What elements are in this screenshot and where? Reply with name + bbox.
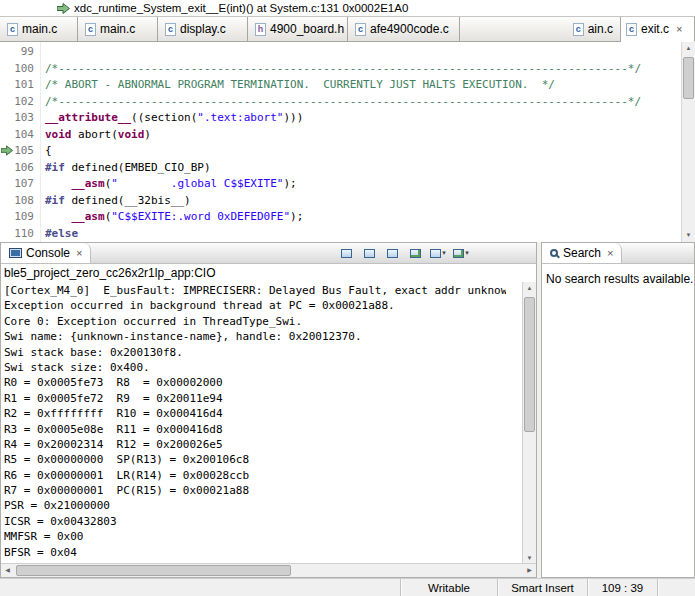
line-number: 101 (0, 77, 40, 94)
console-line: MMFSR = 0x00 (4, 529, 506, 544)
console-line: R3 = 0x0005e08e R11 = 0x000416d8 (4, 422, 506, 437)
console-vertical-scrollbar[interactable]: ▲ ▼ (522, 282, 536, 565)
tab-ain-c[interactable]: c ain.c (460, 17, 621, 41)
console-line: R1 = 0x0005fe72 R9 = 0x20011e94 (4, 391, 506, 406)
status-writable: Writable (400, 579, 497, 596)
console-title: ble5_project_zero_cc26x2r1lp_app:CIO (1, 264, 536, 282)
tab-search[interactable]: Search × (542, 243, 622, 263)
status-caret-position: 109 : 39 (587, 579, 657, 596)
console-view: Console × ▾ ▾ ble5_project_zero_cc26x2r1… (0, 242, 537, 578)
line-number: 107 (0, 176, 40, 193)
tab-main-c-2[interactable]: c main.c (78, 17, 158, 41)
scroll-lock-icon[interactable] (360, 245, 378, 261)
close-console-view-icon[interactable]: × (76, 247, 82, 259)
line-number: 110 (0, 226, 40, 243)
search-tab-label: Search (563, 246, 601, 260)
c-file-icon: c (573, 23, 584, 36)
line-number: 99 (0, 44, 40, 61)
code-line: 99 (0, 44, 681, 61)
scroll-down-icon[interactable]: ▼ (682, 229, 695, 242)
c-file-icon: c (165, 23, 176, 36)
code-text[interactable]: __attribute__((section(".text:abort"))) (40, 110, 303, 127)
tab-display-c[interactable]: c display.c (158, 17, 248, 41)
tab-label: 4900_board.h (270, 22, 344, 36)
code-text[interactable]: { (40, 143, 52, 160)
tab-label: exit.c (641, 22, 669, 36)
line-number: 102 (0, 94, 40, 111)
console-icon (9, 248, 22, 258)
console-scrollbar-thumb[interactable] (524, 297, 535, 432)
scroll-up-icon[interactable]: ▲ (682, 42, 695, 55)
code-text[interactable]: #if defined(__32bis__) (40, 193, 191, 210)
line-number: 109 (0, 209, 40, 226)
console-line: Swi name: {unknown-instance-name}, handl… (4, 329, 506, 344)
console-line: R0 = 0x0005fe73 R8 = 0x00002000 (4, 375, 506, 390)
tab-label: afe4900code.c (370, 22, 449, 36)
console-line: BFSR = 0x04 (4, 545, 506, 560)
scroll-right-icon[interactable]: ▶ (523, 564, 536, 577)
tab-label: main.c (22, 22, 57, 36)
code-line: 110 #else (0, 226, 681, 243)
code-text[interactable]: __asm("C$$EXITE:.word 0xDEFED0FE"); (40, 209, 303, 226)
console-horizontal-scrollbar[interactable]: ◀ ▶ (1, 563, 536, 577)
console-line: Core 0: Exception occurred in ThreadType… (4, 314, 506, 329)
scroll-up-icon[interactable]: ▲ (523, 282, 536, 295)
code-text[interactable]: /*--------------------------------------… (40, 94, 641, 111)
h-file-icon: h (255, 23, 266, 36)
search-empty-message: No search results available. Start a sea… (542, 264, 694, 294)
close-tab-icon[interactable]: × (676, 24, 682, 35)
line-number: 100 (0, 61, 40, 78)
status-bar: Writable Smart Insert 109 : 39 (0, 578, 695, 596)
tab-console[interactable]: Console × (1, 243, 91, 263)
c-file-icon: c (85, 23, 96, 36)
instruction-pointer-icon[interactable] (1, 145, 13, 159)
code-text[interactable]: /*--------------------------------------… (40, 61, 641, 78)
console-hscrollbar-thumb[interactable] (16, 565, 291, 576)
code-line: 100 /*----------------------------------… (0, 61, 681, 78)
search-view: Search × No search results available. St… (541, 242, 695, 578)
tab-label: main.c (100, 22, 135, 36)
tab-4900-board-h[interactable]: h 4900_board.h (248, 17, 348, 41)
code-editor[interactable]: 99 100 /*-------------------------------… (0, 42, 695, 242)
code-line: 105 { (0, 143, 681, 160)
tab-label: ain.c (588, 22, 613, 36)
editor-scrollbar-thumb[interactable] (683, 57, 694, 99)
open-console-icon[interactable]: ▾ (452, 245, 470, 261)
console-line: Swi stack base: 0x200130f8. (4, 345, 506, 360)
line-number: 103 (0, 110, 40, 127)
tab-exit-c[interactable]: c exit.c × (621, 17, 695, 42)
console-text: [Cortex_M4_0] E_busFault: IMPRECISERR: D… (4, 283, 506, 560)
tab-main-c-1[interactable]: c main.c (0, 17, 78, 41)
dropdown-caret-icon: ▾ (442, 249, 446, 257)
code-text[interactable] (40, 44, 45, 61)
editor-tabbar: c main.c c main.c c display.c h 4900_boa… (0, 16, 695, 42)
word-wrap-icon[interactable] (383, 245, 401, 261)
console-output[interactable]: [Cortex_M4_0] E_busFault: IMPRECISERR: D… (1, 282, 536, 565)
console-line: R4 = 0x20002314 R12 = 0x200026e5 (4, 437, 506, 452)
code-text[interactable]: __asm(" .global C$$EXITE"); (40, 176, 297, 193)
code-text[interactable]: #else (40, 226, 78, 243)
code-text[interactable]: void abort(void) (40, 127, 151, 144)
code-text[interactable]: #if defined(EMBED_CIO_BP) (40, 160, 211, 177)
pin-console-icon[interactable] (406, 245, 424, 261)
code-line: 104 void abort(void) (0, 127, 681, 144)
scroll-left-icon[interactable]: ◀ (1, 564, 14, 577)
console-line: R5 = 0x00000000 SP(R13) = 0x200106c8 (4, 452, 506, 467)
dropdown-caret-icon: ▾ (465, 249, 469, 257)
search-icon (550, 249, 558, 257)
console-view-header: Console × ▾ ▾ (1, 243, 536, 264)
debug-stack-frame[interactable]: xdc_runtime_System_exit__E(int)() at Sys… (0, 0, 695, 16)
code-line: 103 __attribute__((section(".text:abort"… (0, 110, 681, 127)
code-line: 101 /* ABORT - ABNORMAL PROGRAM TERMINAT… (0, 77, 681, 94)
code-line: 107 __asm(" .global C$$EXITE"); (0, 176, 681, 193)
close-search-view-icon[interactable]: × (607, 247, 613, 259)
editor-scrollbar[interactable]: ▲ ▼ (681, 42, 695, 242)
c-file-icon: c (355, 23, 366, 36)
tab-afe4900code-c[interactable]: c afe4900code.c (348, 17, 460, 41)
console-tab-label: Console (26, 246, 70, 260)
display-selected-console-icon[interactable]: ▾ (429, 245, 447, 261)
code-text[interactable]: /* ABORT - ABNORMAL PROGRAM TERMINATION.… (40, 77, 555, 94)
console-line: Swi stack size: 0x400. (4, 360, 506, 375)
clear-console-icon[interactable] (337, 245, 355, 261)
c-file-icon: c (626, 23, 637, 36)
